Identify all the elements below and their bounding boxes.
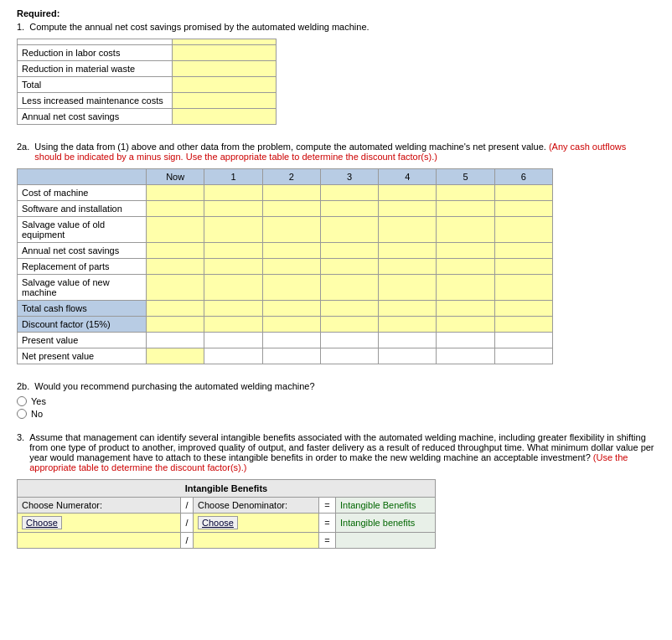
radio-yes-input[interactable] [17, 396, 27, 406]
table-row: Reduction in labor costs [18, 45, 277, 61]
cell[interactable] [494, 333, 552, 348]
cell[interactable] [146, 185, 204, 201]
cell[interactable] [379, 301, 437, 317]
cell[interactable] [379, 201, 437, 217]
cell[interactable] [204, 317, 262, 333]
choose-numerator-header: Choose Numerator: [18, 498, 181, 514]
cell[interactable] [320, 185, 378, 201]
q1-text: Compute the annual net cost savings prom… [29, 22, 369, 32]
table-row: Salvage value of new machine [18, 275, 553, 301]
cell[interactable] [204, 201, 262, 217]
cell[interactable] [262, 333, 320, 348]
cell[interactable] [437, 201, 494, 217]
cell[interactable] [204, 185, 262, 201]
cell[interactable] [379, 348, 437, 364]
cell[interactable] [494, 275, 552, 301]
cell[interactable] [494, 348, 552, 364]
row-label: Total [18, 77, 173, 93]
cell[interactable] [494, 185, 552, 201]
result-1: Intangible benefits [336, 514, 436, 533]
cell[interactable] [437, 348, 494, 364]
row-input[interactable] [172, 45, 277, 61]
row-input[interactable] [172, 109, 277, 125]
cell[interactable] [204, 333, 262, 348]
cell[interactable] [262, 259, 320, 275]
cell[interactable] [320, 243, 378, 259]
cell[interactable] [204, 217, 262, 243]
cell[interactable] [320, 201, 378, 217]
cell[interactable] [320, 317, 378, 333]
cell[interactable] [379, 317, 437, 333]
cell[interactable] [262, 243, 320, 259]
choose-denominator-header: Choose Denominator: [194, 498, 319, 514]
cell[interactable] [146, 243, 204, 259]
radio-no-input[interactable] [17, 409, 27, 419]
numerator-input-2[interactable] [18, 533, 181, 549]
cell[interactable] [379, 275, 437, 301]
cell[interactable] [494, 201, 552, 217]
cell[interactable] [146, 275, 204, 301]
cell[interactable] [437, 301, 494, 317]
row-input[interactable] [172, 77, 277, 93]
cell[interactable] [437, 243, 494, 259]
cell[interactable] [204, 259, 262, 275]
row-input[interactable] [172, 61, 277, 77]
cell[interactable] [262, 317, 320, 333]
cell[interactable] [262, 201, 320, 217]
cell[interactable] [437, 185, 494, 201]
cell[interactable] [146, 317, 204, 333]
row-label: Cost of machine [18, 185, 147, 201]
equals-2: = [319, 533, 336, 549]
slash-2: / [181, 533, 194, 549]
cell[interactable] [204, 348, 262, 364]
cell[interactable] [146, 217, 204, 243]
cell[interactable] [262, 185, 320, 201]
cell[interactable] [262, 301, 320, 317]
cell[interactable] [437, 217, 494, 243]
cell[interactable] [262, 275, 320, 301]
cell[interactable] [320, 259, 378, 275]
cell[interactable] [262, 348, 320, 364]
cell[interactable] [437, 333, 494, 348]
choose-numerator-btn-1[interactable]: Choose [22, 516, 62, 529]
denominator-input-2[interactable] [194, 533, 319, 549]
cell[interactable] [437, 275, 494, 301]
choose-denominator-btn-1[interactable]: Choose [198, 516, 238, 529]
cell[interactable] [146, 301, 204, 317]
cell[interactable] [146, 259, 204, 275]
cell[interactable] [320, 301, 378, 317]
numerator-input-1[interactable]: Choose [18, 514, 181, 533]
cell[interactable] [320, 348, 378, 364]
cell[interactable] [320, 217, 378, 243]
cell[interactable] [262, 217, 320, 243]
denominator-input-1[interactable]: Choose [194, 514, 319, 533]
cell[interactable] [494, 317, 552, 333]
row-input[interactable] [172, 93, 277, 109]
cell[interactable] [379, 333, 437, 348]
cell[interactable] [379, 217, 437, 243]
cell[interactable] [146, 333, 204, 348]
col-4: 4 [379, 169, 437, 185]
cell[interactable] [494, 243, 552, 259]
cell[interactable] [437, 317, 494, 333]
cell[interactable] [146, 348, 204, 364]
cell[interactable] [204, 243, 262, 259]
cell[interactable] [379, 185, 437, 201]
radio-yes[interactable]: Yes [17, 396, 655, 406]
cell[interactable] [320, 333, 378, 348]
cell[interactable] [146, 201, 204, 217]
row-label: Salvage value of old equipment [18, 217, 147, 243]
radio-no[interactable]: No [17, 409, 655, 419]
cell[interactable] [379, 259, 437, 275]
cell[interactable] [494, 301, 552, 317]
cell[interactable] [320, 275, 378, 301]
cell[interactable] [204, 301, 262, 317]
row-label: Reduction in labor costs [18, 45, 173, 61]
cell[interactable] [494, 259, 552, 275]
cell[interactable] [437, 259, 494, 275]
cell[interactable] [204, 275, 262, 301]
cell[interactable] [494, 217, 552, 243]
cell[interactable] [379, 243, 437, 259]
col-1: 1 [204, 169, 262, 185]
result-header: Intangible Benefits [336, 498, 436, 514]
